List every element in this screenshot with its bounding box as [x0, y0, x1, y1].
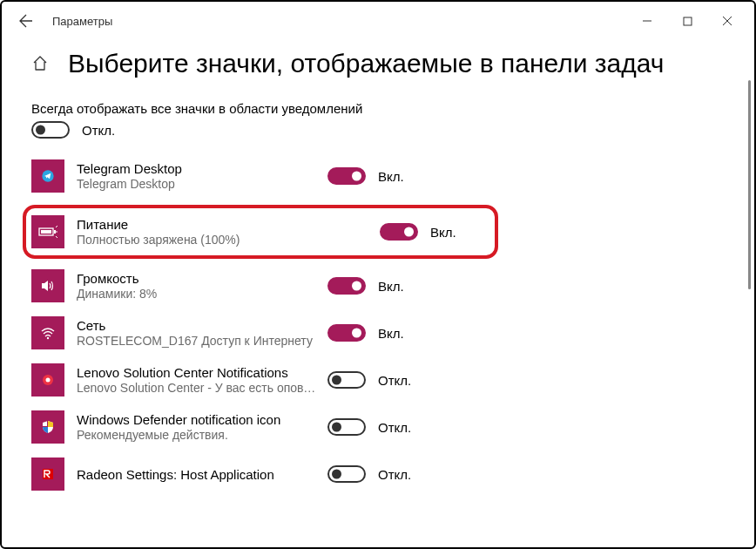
toggle-wrap: Вкл.: [380, 223, 489, 241]
content-area: Выберите значки, отображаемые в панели з…: [2, 49, 754, 492]
item-texts: Telegram DesktopTelegram Desktop: [77, 161, 317, 191]
titlebar: Параметры: [2, 2, 754, 40]
item-title: Radeon Settings: Host Application: [77, 467, 317, 482]
item-texts: ГромкостьДинамики: 8%: [77, 271, 317, 301]
close-button[interactable]: [707, 7, 747, 35]
toggle-state-label: Вкл.: [378, 279, 404, 294]
list-item: ПитаниеПолностью заряжена (100%)Вкл.: [23, 205, 498, 259]
window-controls: [627, 7, 747, 35]
back-button[interactable]: [9, 3, 44, 38]
master-toggle-state: Откл.: [82, 123, 115, 138]
toggle-state-label: Откл.: [378, 467, 411, 482]
item-toggle[interactable]: [327, 418, 366, 436]
toggle-wrap: Откл.: [327, 465, 455, 483]
toggle-wrap: Откл.: [327, 371, 455, 389]
list-item: Windows Defender notification iconРекоме…: [31, 409, 725, 445]
toggle-state-label: Откл.: [378, 373, 411, 388]
battery-icon: [31, 215, 64, 248]
item-texts: Lenovo Solution Center NotificationsLeno…: [77, 365, 317, 395]
toggle-state-label: Откл.: [378, 420, 411, 435]
toggle-wrap: Вкл.: [327, 167, 455, 185]
toggle-state-label: Вкл.: [378, 326, 404, 341]
item-title: Громкость: [77, 271, 317, 286]
toggle-state-label: Вкл.: [430, 225, 456, 240]
master-toggle-label: Всегда отображать все значки в области у…: [31, 101, 725, 116]
item-toggle[interactable]: [327, 371, 366, 389]
home-button[interactable]: [31, 55, 49, 72]
maximize-icon: [683, 17, 692, 26]
list-item: Lenovo Solution Center NotificationsLeno…: [31, 362, 725, 398]
item-texts: Windows Defender notification iconРекоме…: [77, 412, 317, 442]
svg-rect-0: [684, 17, 692, 25]
list-item: Telegram DesktopTelegram DesktopВкл.: [31, 158, 725, 194]
volume-icon: [31, 269, 64, 302]
svg-point-7: [46, 378, 51, 383]
icon-list: Telegram DesktopTelegram DesktopВкл.Пита…: [31, 158, 725, 492]
item-title: Windows Defender notification icon: [77, 412, 317, 427]
radeon-icon: [31, 458, 64, 491]
item-title: Telegram Desktop: [77, 161, 317, 176]
list-item: СетьROSTELECOM_D167 Доступ к ИнтернетуВк…: [31, 315, 725, 351]
toggle-state-label: Вкл.: [378, 169, 404, 184]
item-texts: ПитаниеПолностью заряжена (100%): [77, 217, 369, 247]
item-texts: Radeon Settings: Host Application: [77, 467, 317, 482]
svg-rect-3: [41, 230, 51, 234]
lenovo-icon: [31, 363, 64, 396]
maximize-button[interactable]: [667, 7, 707, 35]
item-subtitle: Lenovo Solution Center - У вас есть опов…: [77, 381, 317, 395]
toggle-wrap: Откл.: [327, 418, 455, 436]
arrow-left-icon: [19, 14, 33, 28]
master-toggle-row: Откл.: [31, 121, 725, 139]
item-title: Lenovo Solution Center Notifications: [77, 365, 317, 380]
list-item: ГромкостьДинамики: 8%Вкл.: [31, 268, 725, 304]
list-item: Radeon Settings: Host ApplicationОткл.: [31, 456, 725, 492]
window-title: Параметры: [52, 15, 112, 28]
item-texts: СетьROSTELECOM_D167 Доступ к Интернету: [77, 318, 317, 348]
home-icon: [31, 55, 49, 72]
item-subtitle: Telegram Desktop: [77, 177, 317, 191]
item-toggle[interactable]: [327, 324, 366, 342]
item-toggle[interactable]: [380, 223, 418, 241]
item-title: Сеть: [77, 318, 317, 333]
toggle-wrap: Вкл.: [327, 324, 455, 342]
telegram-icon: [31, 159, 64, 193]
header-row: Выберите значки, отображаемые в панели з…: [31, 49, 725, 78]
page-heading: Выберите значки, отображаемые в панели з…: [68, 49, 664, 78]
item-subtitle: ROSTELECOM_D167 Доступ к Интернету: [77, 334, 317, 348]
item-toggle[interactable]: [327, 167, 366, 185]
scrollbar[interactable]: [748, 80, 751, 289]
svg-point-5: [47, 337, 49, 339]
item-subtitle: Полностью заряжена (100%): [77, 233, 369, 247]
item-subtitle: Рекомендуемые действия.: [77, 428, 317, 442]
close-icon: [722, 16, 732, 26]
toggle-wrap: Вкл.: [327, 277, 455, 295]
defender-icon: [31, 410, 64, 444]
item-toggle[interactable]: [327, 277, 366, 295]
minimize-icon: [642, 16, 652, 26]
master-toggle[interactable]: [31, 121, 70, 139]
item-toggle[interactable]: [327, 465, 366, 483]
svg-rect-4: [54, 230, 56, 234]
item-title: Питание: [77, 217, 369, 232]
item-subtitle: Динамики: 8%: [77, 287, 317, 301]
wifi-icon: [31, 316, 64, 349]
minimize-button[interactable]: [627, 7, 667, 35]
